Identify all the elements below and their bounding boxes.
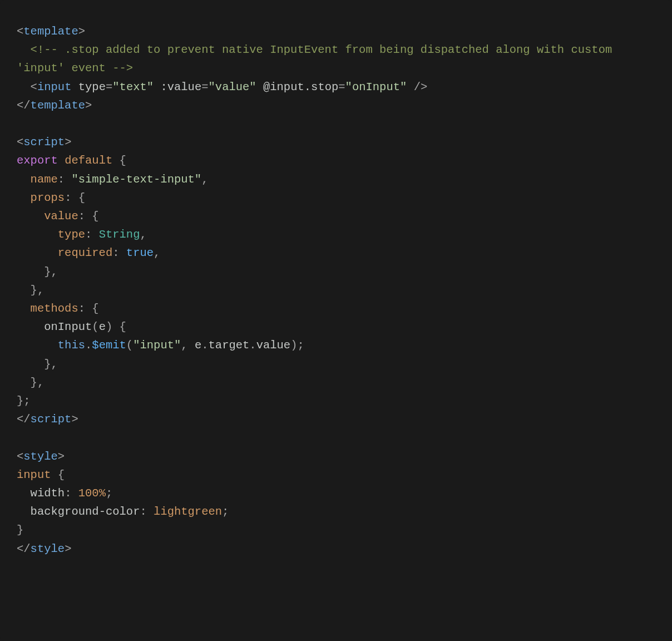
angle-open: < [17, 136, 23, 149]
param-e: e [99, 320, 106, 333]
key-required: required [58, 246, 112, 259]
tag-script: script [31, 413, 72, 426]
fn-emit: $emit [92, 339, 126, 352]
attr-value-bind: :value [160, 81, 201, 93]
colon-brace: : { [78, 210, 99, 223]
kw-default: default [65, 154, 112, 167]
semi: ; [222, 505, 229, 518]
semi: ; [106, 487, 112, 500]
comma: , [140, 228, 146, 241]
angle-close: > [65, 136, 71, 149]
str-text: "text" [112, 81, 154, 93]
colon: : [85, 228, 99, 241]
tag-script: script [23, 136, 65, 149]
colon: : [112, 246, 126, 259]
key-name: name [31, 173, 58, 186]
angle-close: > [71, 413, 78, 426]
dot: . [85, 339, 92, 352]
angle-open: < [17, 450, 23, 463]
brace-close-semi: }; [17, 395, 31, 407]
brace-close: } [17, 524, 23, 536]
css-val-100pct: 100% [78, 487, 106, 500]
angle-close: > [85, 99, 92, 112]
tag-style: style [31, 543, 65, 555]
paren-open: ( [92, 320, 98, 333]
brace-open: { [51, 469, 65, 481]
dot: . [249, 339, 256, 352]
space [256, 81, 263, 93]
css-val-lightgreen: lightgreen [154, 505, 222, 518]
type-string: String [99, 228, 140, 241]
colon: : [65, 487, 78, 500]
tag-style: style [23, 450, 58, 463]
tag-input: input [37, 81, 72, 93]
angle-open-close: </ [17, 99, 31, 112]
space [154, 81, 160, 93]
angle-close: > [78, 25, 85, 38]
paren-close-semi: ); [290, 339, 304, 352]
tag-template: template [23, 25, 78, 38]
brace-open: { [112, 154, 126, 167]
brace-close: }, [31, 376, 45, 389]
equals: = [106, 81, 112, 93]
paren-open: ( [126, 339, 133, 352]
key-type: type [58, 228, 85, 241]
space [71, 81, 78, 93]
prop-target: target [209, 339, 250, 352]
angle-open-close: </ [17, 413, 31, 426]
angle-close: > [65, 543, 71, 555]
angle-close: > [58, 450, 65, 463]
css-selector-input: input [17, 469, 51, 481]
kw-export: export [17, 154, 58, 167]
str-oninput: "onInput" [345, 81, 407, 93]
angle-open: < [31, 81, 37, 93]
attr-type: type [78, 81, 106, 93]
comma: , [201, 173, 208, 186]
var-e: e [195, 339, 201, 352]
colon-brace: : { [78, 302, 99, 315]
paren-close-brace: ) { [106, 320, 126, 333]
equals: = [201, 81, 208, 93]
code-content: <template> <!-- .stop added to prevent n… [17, 22, 655, 558]
str-input: "input" [133, 339, 181, 352]
css-prop-bgcolor: background-color [31, 505, 140, 518]
code-block: <template> <!-- .stop added to prevent n… [0, 0, 672, 641]
tag-template: template [31, 99, 85, 112]
space [58, 154, 65, 167]
colon: : [58, 173, 72, 186]
str-component-name: "simple-text-input" [71, 173, 201, 186]
css-prop-width: width [31, 487, 65, 500]
colon: : [140, 505, 154, 518]
key-value: value [44, 210, 78, 223]
fn-oninput: onInput [44, 320, 92, 333]
dot: . [201, 339, 208, 352]
comma: , [154, 246, 160, 259]
colon-brace: : { [65, 191, 85, 204]
attr-input-stop: @input.stop [263, 81, 338, 93]
bool-true: true [126, 246, 154, 259]
equals: = [338, 81, 345, 93]
brace-close: }, [31, 284, 45, 297]
str-value: "value" [209, 81, 256, 93]
prop-value: value [256, 339, 291, 352]
angle-open-close: </ [17, 543, 31, 555]
kw-this: this [58, 339, 85, 352]
html-comment: <!-- .stop added to prevent native Input… [17, 43, 619, 75]
angle-open: < [17, 25, 23, 38]
brace-close: }, [44, 265, 58, 278]
comma-space: , [181, 339, 195, 352]
key-props: props [31, 191, 65, 204]
brace-close: }, [44, 358, 58, 371]
key-methods: methods [31, 302, 78, 315]
self-close: /> [407, 81, 427, 93]
